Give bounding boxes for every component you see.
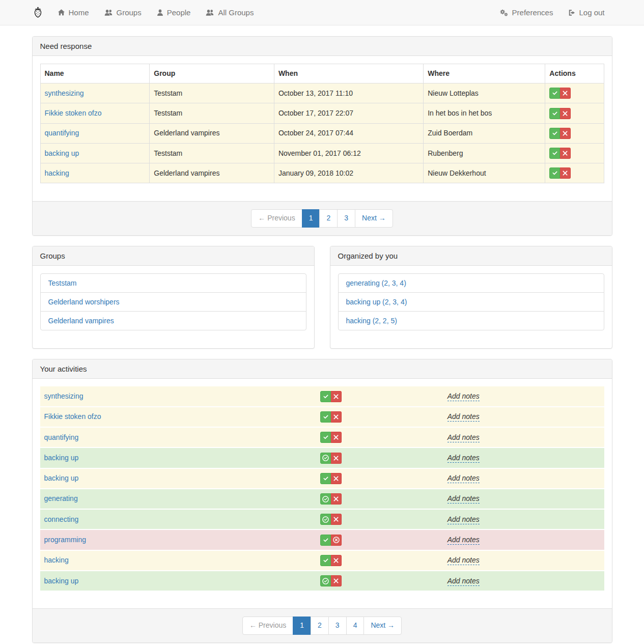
respond-no-button[interactable] bbox=[331, 391, 342, 402]
respond-yes-button[interactable] bbox=[549, 128, 560, 139]
when-cell: October 13, 2017 11:10 bbox=[274, 83, 423, 103]
list-item: backing up (2, 3, 4) bbox=[338, 292, 604, 312]
respond-no-button[interactable] bbox=[560, 167, 571, 179]
respond-yes-button[interactable] bbox=[549, 108, 560, 119]
activity-link[interactable]: hacking bbox=[45, 169, 69, 177]
respond-yes-button[interactable] bbox=[549, 148, 560, 159]
respond-no-button[interactable] bbox=[331, 453, 342, 464]
add-notes-link[interactable]: Add notes bbox=[447, 494, 480, 503]
nav-item-all-groups[interactable]: All Groups bbox=[198, 0, 261, 25]
group-link[interactable]: Gelderland vampires bbox=[48, 317, 114, 325]
respond-no-button[interactable] bbox=[560, 88, 571, 99]
activity-link[interactable]: programming bbox=[44, 536, 86, 544]
nav-item-home[interactable]: Home bbox=[50, 0, 97, 25]
pagination-page-3[interactable]: 3 bbox=[328, 617, 347, 635]
respond-no-button[interactable] bbox=[560, 148, 571, 159]
add-notes-link[interactable]: Add notes bbox=[447, 433, 480, 442]
nav-item-preferences[interactable]: Preferences bbox=[492, 0, 561, 25]
respond-yes-button[interactable] bbox=[320, 453, 331, 464]
activity-link[interactable]: quantifying bbox=[44, 433, 79, 441]
respond-yes-button[interactable] bbox=[320, 391, 331, 402]
add-notes-link[interactable]: Add notes bbox=[447, 454, 480, 463]
respond-yes-button[interactable] bbox=[320, 411, 331, 423]
pagination-previous[interactable]: ← Previous bbox=[251, 209, 302, 228]
activity-link[interactable]: generating bbox=[44, 494, 78, 502]
check-icon bbox=[552, 171, 557, 176]
x-icon bbox=[563, 91, 568, 96]
where-cell: In het bos in het bos bbox=[424, 103, 545, 123]
pagination-page-3[interactable]: 3 bbox=[337, 209, 355, 228]
respond-yes-button[interactable] bbox=[320, 493, 331, 505]
activity-row: synthesizing Add notes bbox=[40, 386, 604, 406]
your-activities-panel: Your activities synthesizing Add n bbox=[32, 359, 612, 643]
where-cell: Nieuw Lotteplas bbox=[424, 83, 545, 103]
add-notes-link[interactable]: Add notes bbox=[447, 412, 480, 422]
respond-no-button[interactable] bbox=[331, 493, 342, 505]
check-icon bbox=[323, 394, 328, 399]
x-circle-icon bbox=[333, 537, 340, 543]
pagination-page-2[interactable]: 2 bbox=[311, 617, 329, 635]
activity-link[interactable]: synthesizing bbox=[45, 89, 84, 97]
activity-link[interactable]: backing up bbox=[44, 577, 79, 585]
activity-link[interactable]: backing up bbox=[44, 454, 79, 462]
pagination-page-4[interactable]: 4 bbox=[346, 617, 365, 635]
respond-no-button[interactable] bbox=[560, 128, 571, 139]
respond-yes-button[interactable] bbox=[320, 555, 331, 566]
respond-yes-button[interactable] bbox=[320, 575, 331, 586]
pagination-next[interactable]: Next → bbox=[363, 617, 402, 635]
top-navbar: Home Groups People All Groups bbox=[0, 0, 644, 25]
x-icon bbox=[333, 476, 339, 481]
respond-yes-button[interactable] bbox=[320, 473, 331, 484]
pagination-page-1[interactable]: 1 bbox=[293, 617, 311, 635]
add-notes-link[interactable]: Add notes bbox=[447, 515, 480, 524]
respond-no-button[interactable] bbox=[331, 555, 342, 566]
respond-yes-button[interactable] bbox=[320, 535, 331, 546]
respond-no-button[interactable] bbox=[560, 108, 571, 119]
pagination-next[interactable]: Next → bbox=[355, 209, 393, 228]
nav-item-label: All Groups bbox=[218, 8, 254, 17]
respond-yes-button[interactable] bbox=[549, 88, 560, 99]
check-icon bbox=[552, 151, 557, 156]
add-notes-link[interactable]: Add notes bbox=[447, 474, 480, 483]
activity-link[interactable]: backing up bbox=[44, 474, 79, 482]
brand-link[interactable] bbox=[32, 7, 44, 18]
respond-no-button[interactable] bbox=[331, 575, 342, 586]
response-buttons bbox=[320, 575, 342, 586]
activity-link[interactable]: Fikkie stoken ofzo bbox=[45, 109, 102, 117]
pagination-page-1[interactable]: 1 bbox=[302, 209, 320, 228]
activity-link[interactable]: hacking bbox=[44, 556, 69, 564]
respond-no-button[interactable] bbox=[331, 473, 342, 484]
respond-no-button[interactable] bbox=[331, 514, 342, 525]
organized-activity-link[interactable]: backing up (2, 3, 4) bbox=[346, 298, 407, 306]
response-buttons bbox=[320, 535, 342, 546]
organized-activity-link[interactable]: generating (2, 3, 4) bbox=[346, 279, 406, 287]
respond-no-button[interactable] bbox=[331, 432, 342, 443]
organized-by-you-panel: Organized by you generating (2, 3, 4) ba… bbox=[330, 246, 612, 349]
nav-item-groups[interactable]: Groups bbox=[97, 0, 149, 25]
nav-item-people[interactable]: People bbox=[149, 0, 199, 25]
add-notes-link[interactable]: Add notes bbox=[447, 392, 480, 401]
pagination-page-2[interactable]: 2 bbox=[319, 209, 338, 228]
pagination-previous[interactable]: ← Previous bbox=[242, 617, 293, 635]
respond-no-button[interactable] bbox=[331, 535, 342, 546]
column-header-actions: Actions bbox=[545, 64, 604, 83]
respond-yes-button[interactable] bbox=[320, 514, 331, 525]
when-cell: October 17, 2017 22:07 bbox=[274, 103, 423, 123]
activity-link[interactable]: connecting bbox=[44, 515, 79, 523]
activity-link[interactable]: Fikkie stoken ofzo bbox=[44, 412, 101, 421]
activity-link[interactable]: backing up bbox=[45, 149, 79, 157]
activity-link[interactable]: quantifying bbox=[45, 129, 79, 137]
pagination-item: Next → bbox=[355, 209, 393, 228]
add-notes-link[interactable]: Add notes bbox=[447, 556, 480, 565]
respond-yes-button[interactable] bbox=[549, 167, 560, 179]
add-notes-link[interactable]: Add notes bbox=[447, 536, 480, 545]
activities-body: synthesizing Add notes Fikkie stoken ofz… bbox=[33, 379, 612, 608]
organized-activity-link[interactable]: hacking (2, 2, 5) bbox=[346, 317, 397, 325]
activity-link[interactable]: synthesizing bbox=[44, 392, 83, 400]
respond-no-button[interactable] bbox=[331, 411, 342, 423]
group-link[interactable]: Teststam bbox=[48, 279, 77, 287]
group-link[interactable]: Gelderland worshipers bbox=[48, 298, 120, 306]
respond-yes-button[interactable] bbox=[320, 432, 331, 443]
add-notes-link[interactable]: Add notes bbox=[447, 577, 480, 586]
nav-item-log-out[interactable]: Log out bbox=[561, 0, 612, 25]
